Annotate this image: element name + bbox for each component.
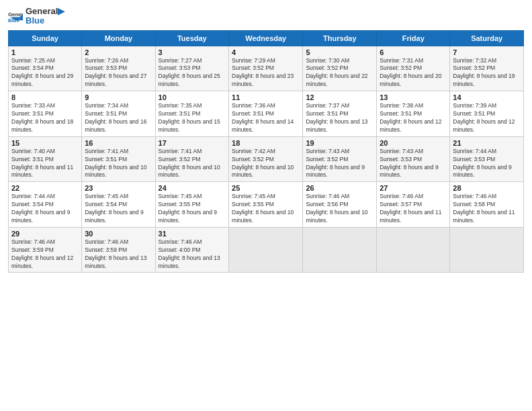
day-cell	[303, 227, 377, 273]
day-info: Sunrise: 7:27 AM Sunset: 3:53 PM Dayligh…	[159, 57, 226, 89]
day-info: Sunrise: 7:29 AM Sunset: 3:52 PM Dayligh…	[232, 57, 300, 89]
day-number: 27	[380, 184, 447, 192]
day-info: Sunrise: 7:45 AM Sunset: 3:55 PM Dayligh…	[159, 193, 226, 225]
weekday-header-wednesday: Wednesday	[229, 30, 303, 46]
day-cell: 14 Sunrise: 7:39 AM Sunset: 3:51 PM Dayl…	[450, 91, 524, 137]
day-number: 22	[11, 184, 79, 192]
page-container: General Blue General▶ Blue SundayMondayT…	[0, 0, 532, 278]
weekday-header-sunday: Sunday	[9, 30, 82, 46]
day-info: Sunrise: 7:34 AM Sunset: 3:51 PM Dayligh…	[85, 102, 152, 134]
day-number: 14	[453, 93, 521, 101]
day-number: 9	[85, 93, 152, 101]
day-cell: 20 Sunrise: 7:43 AM Sunset: 3:53 PM Dayl…	[377, 136, 450, 182]
day-cell	[450, 227, 524, 273]
day-number: 11	[232, 93, 300, 101]
day-number: 12	[306, 93, 373, 101]
week-row-1: 1 Sunrise: 7:25 AM Sunset: 3:54 PM Dayli…	[9, 46, 524, 91]
day-info: Sunrise: 7:46 AM Sunset: 3:59 PM Dayligh…	[85, 238, 152, 271]
day-number: 1	[11, 48, 79, 56]
day-cell: 18 Sunrise: 7:42 AM Sunset: 3:52 PM Dayl…	[229, 136, 303, 182]
day-cell: 12 Sunrise: 7:37 AM Sunset: 3:51 PM Dayl…	[303, 91, 377, 137]
day-number: 7	[453, 48, 521, 56]
svg-text:Blue: Blue	[8, 18, 20, 24]
day-cell: 3 Sunrise: 7:27 AM Sunset: 3:53 PM Dayli…	[155, 46, 228, 91]
day-info: Sunrise: 7:32 AM Sunset: 3:52 PM Dayligh…	[453, 57, 521, 89]
calendar-body: 1 Sunrise: 7:25 AM Sunset: 3:54 PM Dayli…	[9, 46, 524, 273]
day-info: Sunrise: 7:31 AM Sunset: 3:52 PM Dayligh…	[380, 57, 447, 89]
day-info: Sunrise: 7:45 AM Sunset: 3:55 PM Dayligh…	[232, 193, 300, 225]
weekday-header-monday: Monday	[82, 30, 155, 46]
day-cell: 31 Sunrise: 7:46 AM Sunset: 4:00 PM Dayl…	[155, 227, 228, 273]
weekday-header-thursday: Thursday	[303, 30, 377, 46]
day-cell	[377, 227, 450, 273]
day-number: 4	[232, 48, 300, 56]
day-cell: 9 Sunrise: 7:34 AM Sunset: 3:51 PM Dayli…	[82, 91, 155, 137]
day-cell: 27 Sunrise: 7:46 AM Sunset: 3:57 PM Dayl…	[377, 182, 450, 228]
day-info: Sunrise: 7:40 AM Sunset: 3:51 PM Dayligh…	[11, 148, 79, 180]
week-row-3: 15 Sunrise: 7:40 AM Sunset: 3:51 PM Dayl…	[9, 136, 524, 182]
day-cell: 28 Sunrise: 7:46 AM Sunset: 3:58 PM Dayl…	[450, 182, 524, 228]
day-cell: 29 Sunrise: 7:46 AM Sunset: 3:59 PM Dayl…	[9, 227, 82, 273]
day-number: 18	[232, 139, 300, 147]
day-number: 15	[11, 139, 79, 147]
day-info: Sunrise: 7:26 AM Sunset: 3:53 PM Dayligh…	[85, 57, 152, 89]
day-info: Sunrise: 7:46 AM Sunset: 4:00 PM Dayligh…	[159, 238, 226, 271]
day-number: 10	[159, 93, 226, 101]
day-info: Sunrise: 7:44 AM Sunset: 3:54 PM Dayligh…	[11, 193, 79, 225]
day-number: 5	[306, 48, 373, 56]
day-number: 25	[232, 184, 300, 192]
day-info: Sunrise: 7:44 AM Sunset: 3:53 PM Dayligh…	[453, 148, 521, 180]
day-cell: 23 Sunrise: 7:45 AM Sunset: 3:54 PM Dayl…	[82, 182, 155, 228]
day-cell: 13 Sunrise: 7:38 AM Sunset: 3:51 PM Dayl…	[377, 91, 450, 137]
day-number: 30	[85, 230, 152, 238]
day-number: 24	[159, 184, 226, 192]
logo-text-blue: Blue	[26, 16, 64, 26]
week-row-5: 29 Sunrise: 7:46 AM Sunset: 3:59 PM Dayl…	[9, 227, 524, 273]
day-info: Sunrise: 7:25 AM Sunset: 3:54 PM Dayligh…	[11, 57, 79, 89]
weekday-header-saturday: Saturday	[450, 30, 524, 46]
logo-text-general: General▶	[26, 7, 64, 16]
day-info: Sunrise: 7:43 AM Sunset: 3:53 PM Dayligh…	[380, 148, 447, 180]
day-cell: 26 Sunrise: 7:46 AM Sunset: 3:56 PM Dayl…	[303, 182, 377, 228]
day-number: 6	[380, 48, 447, 56]
day-info: Sunrise: 7:42 AM Sunset: 3:52 PM Dayligh…	[232, 148, 300, 180]
day-number: 13	[380, 93, 447, 101]
calendar-header: SundayMondayTuesdayWednesdayThursdayFrid…	[9, 30, 524, 46]
day-info: Sunrise: 7:46 AM Sunset: 3:59 PM Dayligh…	[11, 238, 79, 271]
day-info: Sunrise: 7:37 AM Sunset: 3:51 PM Dayligh…	[306, 102, 373, 134]
day-info: Sunrise: 7:38 AM Sunset: 3:51 PM Dayligh…	[380, 102, 447, 134]
day-cell: 1 Sunrise: 7:25 AM Sunset: 3:54 PM Dayli…	[9, 46, 82, 91]
day-cell: 16 Sunrise: 7:41 AM Sunset: 3:51 PM Dayl…	[82, 136, 155, 182]
day-number: 8	[11, 93, 79, 101]
day-cell: 11 Sunrise: 7:36 AM Sunset: 3:51 PM Dayl…	[229, 91, 303, 137]
day-cell: 17 Sunrise: 7:41 AM Sunset: 3:52 PM Dayl…	[155, 136, 228, 182]
day-cell: 5 Sunrise: 7:30 AM Sunset: 3:52 PM Dayli…	[303, 46, 377, 91]
day-info: Sunrise: 7:46 AM Sunset: 3:58 PM Dayligh…	[453, 193, 521, 225]
day-cell: 21 Sunrise: 7:44 AM Sunset: 3:53 PM Dayl…	[450, 136, 524, 182]
day-info: Sunrise: 7:33 AM Sunset: 3:51 PM Dayligh…	[11, 102, 79, 134]
header: General Blue General▶ Blue	[8, 7, 524, 26]
day-number: 31	[159, 230, 226, 238]
day-number: 21	[453, 139, 521, 147]
day-cell: 6 Sunrise: 7:31 AM Sunset: 3:52 PM Dayli…	[377, 46, 450, 91]
day-number: 28	[453, 184, 521, 192]
week-row-2: 8 Sunrise: 7:33 AM Sunset: 3:51 PM Dayli…	[9, 91, 524, 137]
day-number: 3	[159, 48, 226, 56]
day-cell: 30 Sunrise: 7:46 AM Sunset: 3:59 PM Dayl…	[82, 227, 155, 273]
day-info: Sunrise: 7:35 AM Sunset: 3:51 PM Dayligh…	[159, 102, 226, 134]
day-number: 26	[306, 184, 373, 192]
day-info: Sunrise: 7:39 AM Sunset: 3:51 PM Dayligh…	[453, 102, 521, 134]
day-info: Sunrise: 7:45 AM Sunset: 3:54 PM Dayligh…	[85, 193, 152, 225]
day-info: Sunrise: 7:43 AM Sunset: 3:52 PM Dayligh…	[306, 148, 373, 180]
day-number: 16	[85, 139, 152, 147]
day-cell: 22 Sunrise: 7:44 AM Sunset: 3:54 PM Dayl…	[9, 182, 82, 228]
day-cell: 25 Sunrise: 7:45 AM Sunset: 3:55 PM Dayl…	[229, 182, 303, 228]
day-info: Sunrise: 7:30 AM Sunset: 3:52 PM Dayligh…	[306, 57, 373, 89]
day-cell: 19 Sunrise: 7:43 AM Sunset: 3:52 PM Dayl…	[303, 136, 377, 182]
weekday-header-row: SundayMondayTuesdayWednesdayThursdayFrid…	[9, 30, 524, 46]
day-info: Sunrise: 7:36 AM Sunset: 3:51 PM Dayligh…	[232, 102, 300, 134]
day-info: Sunrise: 7:41 AM Sunset: 3:52 PM Dayligh…	[159, 148, 226, 180]
day-info: Sunrise: 7:46 AM Sunset: 3:56 PM Dayligh…	[306, 193, 373, 225]
calendar-table: SundayMondayTuesdayWednesdayThursdayFrid…	[8, 30, 524, 273]
day-cell: 2 Sunrise: 7:26 AM Sunset: 3:53 PM Dayli…	[82, 46, 155, 91]
